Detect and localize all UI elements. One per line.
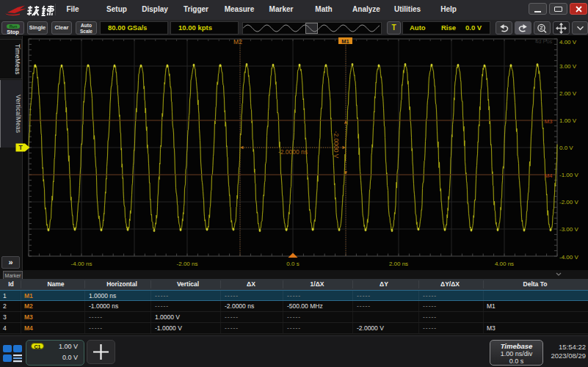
svg-text:-4.00 ns: -4.00 ns — [71, 261, 92, 267]
svg-text:0.0 V: 0.0 V — [559, 145, 573, 151]
svg-text:-2.00 V: -2.00 V — [559, 199, 578, 206]
svg-text:2.00 ns: 2.00 ns — [389, 261, 408, 267]
svg-text:M2: M2 — [233, 38, 242, 46]
svg-text:4.00 ns: 4.00 ns — [495, 261, 514, 267]
svg-text:-3.00 V: -3.00 V — [559, 226, 578, 233]
svg-text:-4.00 V: -4.00 V — [559, 254, 578, 261]
svg-text:2.00 V: 2.00 V — [559, 90, 577, 97]
svg-text:0.0 s: 0.0 s — [286, 261, 299, 267]
svg-text:1.00 V: 1.00 V — [559, 117, 577, 124]
svg-text:4.00 V: 4.00 V — [559, 39, 577, 46]
svg-text:M4: M4 — [544, 172, 553, 179]
svg-text:-2.00 ns: -2.00 ns — [177, 261, 198, 267]
svg-text:3.00 V: 3.00 V — [559, 63, 577, 70]
svg-text:M1: M1 — [341, 38, 349, 45]
svg-text:-2.0000 V: -2.0000 V — [333, 131, 340, 159]
svg-text:M3: M3 — [544, 118, 553, 125]
svg-text:-2.0000 ns: -2.0000 ns — [278, 148, 308, 156]
svg-text:-1.00 V: -1.00 V — [559, 172, 578, 178]
svg-text:4d Pos: 4d Pos — [535, 38, 553, 45]
svg-text:T: T — [18, 144, 23, 151]
